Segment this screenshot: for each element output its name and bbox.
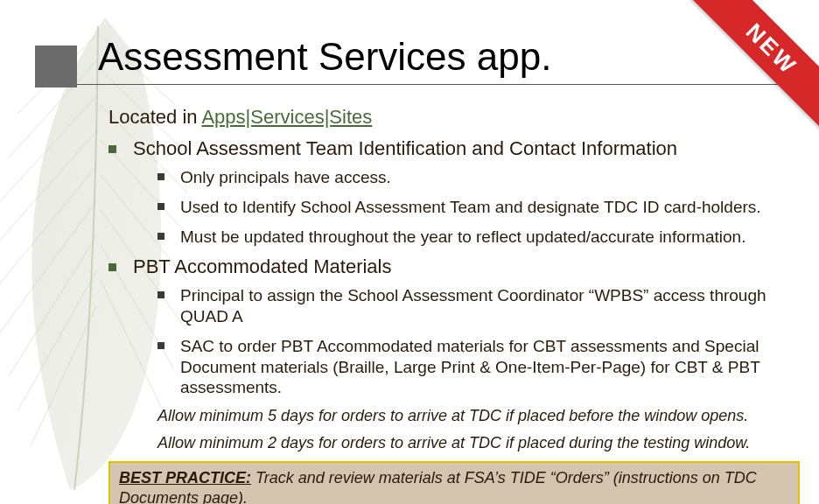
- title-accent-square-icon: [35, 46, 77, 88]
- list-item: Only principals have access.: [158, 167, 805, 188]
- bullet-text: Must be updated throughout the year to r…: [180, 228, 746, 246]
- section-2: PBT Accommodated Materials Principal to …: [108, 256, 819, 398]
- section-2-heading: PBT Accommodated Materials: [133, 256, 392, 277]
- bullet-text: Used to Identify School Assessment Team …: [180, 198, 761, 216]
- list-item: Principal to assign the School Assessmen…: [158, 285, 805, 327]
- located-in-line: Located in Apps|Services|Sites: [108, 106, 819, 129]
- list-item: SAC to order PBT Accommodated materials …: [158, 336, 805, 398]
- located-prefix: Located in: [108, 106, 201, 128]
- page-title: Assessment Services app.: [98, 35, 551, 79]
- title-row: Assessment Services app.: [35, 35, 796, 85]
- list-item: Must be updated throughout the year to r…: [158, 227, 805, 248]
- best-practice-label: BEST PRACTICE:: [119, 469, 251, 486]
- allow-line-2: Allow minimum 2 days for orders to arriv…: [158, 434, 788, 452]
- section-1: School Assessment Team Identification an…: [108, 137, 819, 247]
- section-1-heading: School Assessment Team Identification an…: [133, 137, 677, 159]
- located-link: Apps|Services|Sites: [201, 106, 372, 128]
- list-item: Used to Identify School Assessment Team …: [158, 197, 805, 218]
- bullet-text: Only principals have access.: [180, 168, 391, 186]
- allow-line-1: Allow minimum 5 days for orders to arriv…: [158, 407, 788, 425]
- bullet-text: Principal to assign the School Assessmen…: [180, 286, 766, 326]
- bullet-text: SAC to order PBT Accommodated materials …: [180, 337, 760, 397]
- best-practice-box: BEST PRACTICE: Track and review material…: [108, 461, 800, 504]
